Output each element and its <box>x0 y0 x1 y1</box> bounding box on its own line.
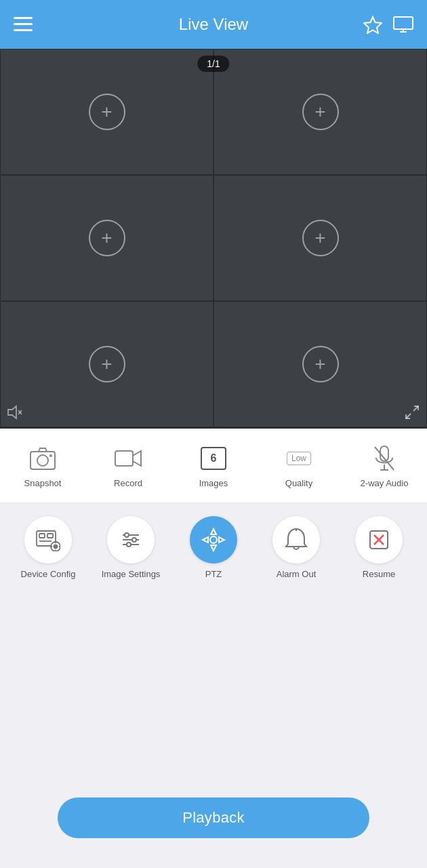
quality-label: Quality <box>285 478 312 488</box>
svg-point-13 <box>37 455 48 466</box>
action-ptz[interactable]: PTZ <box>183 516 244 579</box>
page-title: Live View <box>179 15 248 34</box>
mute-icon[interactable] <box>7 405 22 420</box>
svg-point-33 <box>125 533 129 537</box>
svg-rect-15 <box>115 451 133 466</box>
add-camera-icon-2: + <box>302 94 339 130</box>
svg-marker-7 <box>8 406 16 418</box>
header-left-icons <box>14 17 33 32</box>
alarm-out-icon <box>272 516 320 564</box>
add-camera-icon-1: + <box>89 94 125 130</box>
camera-cell-1[interactable]: + <box>0 49 214 175</box>
menu-icon[interactable] <box>14 17 33 32</box>
add-camera-icon-4: + <box>302 220 339 256</box>
ptz-label: PTZ <box>205 569 222 579</box>
device-config-label: Device Config <box>21 569 76 579</box>
header-right-icons <box>363 15 413 34</box>
favorite-icon[interactable] <box>363 15 382 34</box>
camera-cell-2[interactable]: + <box>214 49 427 175</box>
svg-marker-39 <box>203 537 208 542</box>
image-settings-label: Image Settings <box>102 569 161 579</box>
images-label: Images <box>199 478 228 488</box>
quality-icon: Low <box>283 443 314 474</box>
svg-marker-40 <box>219 537 224 542</box>
action-alarm-out[interactable]: Alarm Out <box>266 516 327 579</box>
playback-button[interactable]: Playback <box>58 797 369 838</box>
record-label: Record <box>114 478 142 488</box>
svg-rect-0 <box>14 17 33 19</box>
resume-icon <box>355 516 403 564</box>
svg-point-14 <box>49 454 52 457</box>
snapshot-icon <box>27 443 58 474</box>
svg-marker-38 <box>211 545 216 551</box>
svg-marker-3 <box>364 17 382 33</box>
twoway-audio-label: 2-way Audio <box>361 478 409 488</box>
svg-rect-21 <box>39 534 45 538</box>
add-camera-icon-6: + <box>302 346 339 382</box>
svg-rect-1 <box>14 23 33 25</box>
app-header: Live View <box>0 0 427 49</box>
quality-value: Low <box>287 452 311 465</box>
expand-icon[interactable] <box>405 405 420 420</box>
screen-cast-icon[interactable] <box>393 16 413 33</box>
svg-point-25 <box>54 545 58 548</box>
toolbar-twoway-audio[interactable]: 2-way Audio <box>357 443 411 488</box>
svg-line-10 <box>413 406 418 411</box>
svg-rect-22 <box>47 534 53 538</box>
action-resume[interactable]: Resume <box>348 516 409 579</box>
camera-cell-4[interactable]: + <box>214 175 427 301</box>
camera-grid: 1/1 + + + + + + <box>0 49 427 429</box>
action-image-settings[interactable]: Image Settings <box>100 516 161 579</box>
device-config-icon <box>24 516 72 564</box>
record-icon <box>113 443 144 474</box>
page-indicator: 1/1 <box>197 56 229 72</box>
image-settings-icon <box>107 516 155 564</box>
action-bar: Device Config Image Settings <box>0 503 427 591</box>
toolbar-record[interactable]: Record <box>101 443 155 488</box>
toolbar-quality[interactable]: Low Quality <box>272 443 326 488</box>
resume-label: Resume <box>363 569 395 579</box>
svg-rect-4 <box>394 17 413 29</box>
camera-cell-6[interactable]: + <box>214 301 427 427</box>
main-toolbar: Snapshot Record 6 Images Low Quality <box>0 429 427 503</box>
svg-line-11 <box>406 414 411 418</box>
playback-container: Playback <box>0 781 427 865</box>
snapshot-label: Snapshot <box>24 478 62 488</box>
images-count: 6 <box>201 447 226 470</box>
alarm-out-label: Alarm Out <box>277 569 317 579</box>
svg-rect-2 <box>14 29 33 31</box>
svg-point-34 <box>132 538 136 542</box>
add-camera-icon-3: + <box>89 220 125 256</box>
twoway-audio-icon <box>369 443 400 474</box>
action-device-config[interactable]: Device Config <box>18 516 79 579</box>
toolbar-images[interactable]: 6 Images <box>186 443 241 488</box>
empty-space <box>0 591 427 781</box>
svg-point-36 <box>210 536 217 543</box>
add-camera-icon-5: + <box>89 346 125 382</box>
svg-marker-37 <box>211 529 216 534</box>
svg-point-35 <box>127 542 131 547</box>
camera-cell-3[interactable]: + <box>0 175 214 301</box>
toolbar-snapshot[interactable]: Snapshot <box>16 443 70 488</box>
images-icon: 6 <box>198 443 229 474</box>
camera-cell-5[interactable]: + <box>0 301 214 427</box>
svg-rect-12 <box>30 452 55 469</box>
ptz-icon <box>190 516 237 564</box>
